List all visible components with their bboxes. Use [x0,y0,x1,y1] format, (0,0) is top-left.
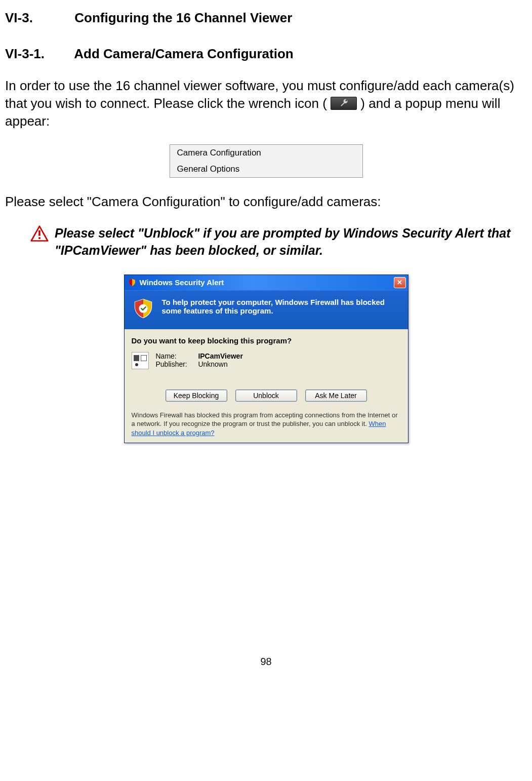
close-icon[interactable]: ✕ [394,277,406,288]
program-icon [132,352,149,369]
publisher-label: Publisher: [156,360,196,368]
shield-icon [128,278,137,287]
dialog-header-band: To help protect your computer, Windows F… [125,290,408,329]
svg-rect-1 [38,230,40,236]
ask-me-later-button[interactable]: Ask Me Later [305,389,367,402]
dialog-body: Do you want to keep blocking this progra… [125,329,408,443]
intro-paragraph: In order to use the 16 channel viewer so… [5,77,527,130]
page-number: 98 [5,656,527,668]
unblock-button[interactable]: Unblock [235,389,297,402]
explain-text: Windows Firewall has blocked this progra… [132,411,398,428]
dialog-message: To help protect your computer, Windows F… [162,298,401,315]
publisher-value: Unknown [198,360,227,368]
program-name: IPCamViewer [198,352,242,360]
dialog-title: Windows Security Alert [140,278,394,287]
program-info-row: Name: IPCamViewer Publisher: Unknown [132,352,401,369]
subsection-heading: VI-3-1. Add Camera/Camera Configuration [5,46,527,62]
name-label: Name: [156,352,196,360]
section-heading: VI-3. Configuring the 16 Channel Viewer [5,10,527,26]
subsection-number: VI-3-1. [5,46,71,62]
warning-text: Please select "Unblock" if you are promp… [55,225,527,259]
section-title: Configuring the 16 Channel Viewer [74,10,292,25]
button-row: Keep Blocking Unblock Ask Me Later [132,389,401,402]
svg-rect-2 [38,238,40,240]
dialog-titlebar: Windows Security Alert ✕ [125,275,408,290]
warning-note: Please select "Unblock" if you are promp… [30,225,527,259]
section-number: VI-3. [5,10,71,26]
subsection-title: Add Camera/Camera Configuration [74,46,293,61]
shield-large-icon [132,298,155,321]
select-config-paragraph: Please select "Camera Configuration" to … [5,193,527,211]
menu-item-general-options[interactable]: General Options [170,161,362,177]
svg-point-3 [139,304,147,313]
warning-icon [30,225,49,243]
keep-blocking-button[interactable]: Keep Blocking [166,389,227,402]
security-alert-dialog: Windows Security Alert ✕ To help protect… [124,275,408,443]
dialog-question: Do you want to keep blocking this progra… [132,336,401,345]
menu-item-camera-configuration[interactable]: Camera Configuration [170,145,362,161]
dialog-explanation: Windows Firewall has blocked this progra… [132,411,401,438]
wrench-icon [331,97,357,110]
popup-menu: Camera Configuration General Options [170,144,363,178]
